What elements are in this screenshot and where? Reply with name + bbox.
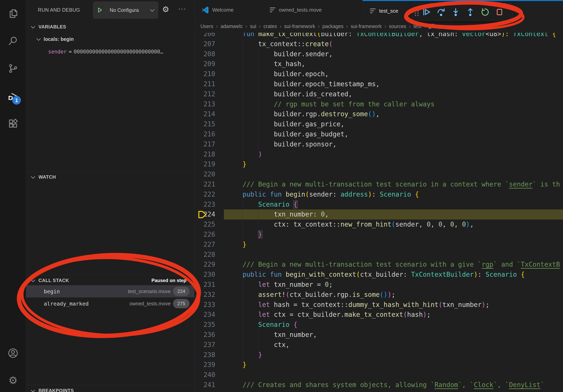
settings-gear-icon[interactable]: ⚙ [7, 375, 19, 386]
code-line[interactable]: 223Scenario { [194, 199, 563, 210]
code-line[interactable]: 212builder.ids_created, [194, 89, 563, 99]
tab-owned-tests[interactable]: owned_tests.move [263, 0, 363, 20]
start-debug-icon[interactable] [93, 2, 106, 18]
gutter[interactable]: 231 [194, 280, 224, 290]
gutter[interactable]: 229 [194, 260, 224, 270]
gutter[interactable]: 226 [194, 230, 224, 240]
code-line[interactable]: 231let txn_number = 0; [194, 280, 563, 290]
code-line[interactable]: 237ctx, [194, 340, 563, 350]
account-icon[interactable] [7, 347, 19, 359]
explorer-icon[interactable] [7, 8, 19, 19]
stack-frame-already-marked[interactable]: already_marked owned_tests.move 275 [26, 298, 194, 310]
code-line[interactable]: 240 [194, 370, 563, 380]
breadcrumb-item[interactable]: sui-framework [284, 24, 315, 29]
gutter[interactable]: 212 [194, 89, 224, 99]
call-stack-section-header[interactable]: CALL STACK Paused on step [26, 275, 194, 286]
gutter[interactable]: 223 [194, 199, 224, 210]
breadcrumb-item[interactable]: Users [200, 24, 213, 29]
breadcrumb-item[interactable]: sui [250, 24, 256, 29]
gutter[interactable]: 241 [194, 380, 224, 390]
gutter[interactable]: 214 [194, 109, 224, 119]
search-icon[interactable] [7, 35, 19, 47]
gutter[interactable]: 218 [194, 149, 224, 159]
gutter[interactable]: 217 [194, 139, 224, 149]
step-over-button[interactable] [434, 5, 448, 19]
variable-row[interactable]: sender = 0000000000000000000000000000… [48, 47, 192, 57]
gutter[interactable]: 219 [194, 159, 224, 169]
code-line[interactable]: 228 [194, 250, 563, 260]
gutter[interactable]: 239 [194, 360, 224, 370]
code-line[interactable]: 241/// Creates and shares system objects… [194, 380, 563, 390]
code-line[interactable]: 207tx_context::create( [194, 39, 563, 49]
code-editor[interactable]: 206fun make_tx_context(builder: TxContex… [194, 29, 563, 390]
gutter[interactable]: 224 [194, 209, 224, 220]
code-line[interactable]: 216builder.gas_budget, [194, 129, 563, 139]
code-line[interactable]: 236txn_number, [194, 330, 563, 340]
gutter[interactable]: 227 [194, 240, 224, 250]
restart-button[interactable] [478, 5, 492, 19]
code-line[interactable]: 229/// Begin a new multi-transaction tes… [194, 260, 563, 270]
extensions-icon[interactable] [7, 118, 19, 129]
gutter[interactable]: 234 [194, 310, 224, 320]
breadcrumb-item[interactable]: adamwelc [220, 24, 243, 29]
code-line[interactable]: 232assert!(ctx_builder.rgp.is_some()); [194, 290, 563, 300]
gutter[interactable]: 209 [194, 59, 224, 69]
code-line[interactable]: 239} [194, 360, 563, 370]
code-line[interactable]: 235Scenario { [194, 320, 563, 330]
gutter[interactable]: 237 [194, 340, 224, 350]
more-actions-icon[interactable]: ··· [178, 5, 186, 13]
gutter[interactable]: 208 [194, 49, 224, 59]
stack-frame-begin[interactable]: begin test_scenario.move 224 [26, 285, 194, 298]
gutter[interactable]: 221 [194, 179, 224, 189]
tab-welcome[interactable]: Welcome [194, 0, 263, 20]
debug-config-dropdown[interactable]: No Configura [93, 1, 158, 19]
gutter[interactable]: 232 [194, 290, 224, 300]
breadcrumb-file[interactable]: te [436, 24, 441, 29]
code-line[interactable]: 227} [194, 240, 563, 250]
code-line[interactable]: 224txn_number: 0, [194, 209, 563, 220]
step-into-button[interactable] [448, 5, 463, 19]
gutter[interactable]: 236 [194, 330, 224, 340]
gutter[interactable]: 238 [194, 350, 224, 360]
code-line[interactable]: 210builder.epoch, [194, 69, 563, 79]
step-out-button[interactable] [463, 5, 477, 19]
code-line[interactable]: 218) [194, 149, 563, 159]
breakpoints-section-header[interactable]: BREAKPOINTS [26, 385, 194, 392]
gutter[interactable]: 207 [194, 39, 224, 49]
code-line[interactable]: 219} [194, 159, 563, 169]
code-line[interactable]: 222public fun begin(sender: address): Sc… [194, 189, 563, 199]
breadcrumb-item[interactable]: crates [264, 24, 277, 29]
gutter[interactable]: 225 [194, 220, 224, 230]
gutter[interactable]: 216 [194, 129, 224, 139]
code-line[interactable]: 217builder.sponsor, [194, 139, 563, 149]
code-line[interactable]: 213// rgp must be set from the caller al… [194, 99, 563, 109]
code-line[interactable]: 234let ctx = ctx_builder.make_tx_context… [194, 310, 563, 320]
continue-button[interactable] [419, 5, 434, 19]
code-line[interactable]: 225ctx: tx_context::new_from_hint(sender… [194, 220, 563, 230]
code-line[interactable]: 226} [194, 230, 563, 240]
code-line[interactable]: 215builder.gas_price, [194, 119, 563, 129]
variables-scope-row[interactable]: locals: begin [26, 34, 194, 45]
gutter[interactable]: 210 [194, 69, 224, 79]
gutter[interactable]: 235 [194, 320, 224, 330]
variables-section-header[interactable]: VARIABLES [26, 21, 194, 32]
debug-settings-gear-icon[interactable]: ⚙ [162, 5, 169, 14]
code-line[interactable]: 209tx_hash, [194, 59, 563, 69]
breadcrumb-item[interactable]: sui-framework [351, 24, 382, 29]
code-line[interactable]: 238} [194, 350, 563, 360]
gutter[interactable]: 230 [194, 270, 224, 280]
gutter[interactable]: 211 [194, 79, 224, 89]
gutter[interactable]: 213 [194, 99, 224, 109]
code-line[interactable]: 208builder.sender, [194, 49, 563, 59]
gutter[interactable]: 222 [194, 189, 224, 199]
code-line[interactable]: 214builder.rgp.destroy_some(), [194, 109, 563, 119]
code-line[interactable]: 211builder.epoch_timestamp_ms, [194, 79, 563, 89]
gutter[interactable]: 215 [194, 119, 224, 129]
source-control-icon[interactable] [7, 63, 19, 74]
stop-button[interactable] [492, 5, 507, 19]
code-line[interactable]: 230public fun begin_with_context(ctx_bui… [194, 270, 563, 280]
code-line[interactable]: 220 [194, 169, 563, 179]
watch-section-header[interactable]: WATCH [26, 171, 194, 183]
breadcrumb-item[interactable]: packages [322, 24, 344, 29]
gutter[interactable]: 233 [194, 300, 224, 310]
